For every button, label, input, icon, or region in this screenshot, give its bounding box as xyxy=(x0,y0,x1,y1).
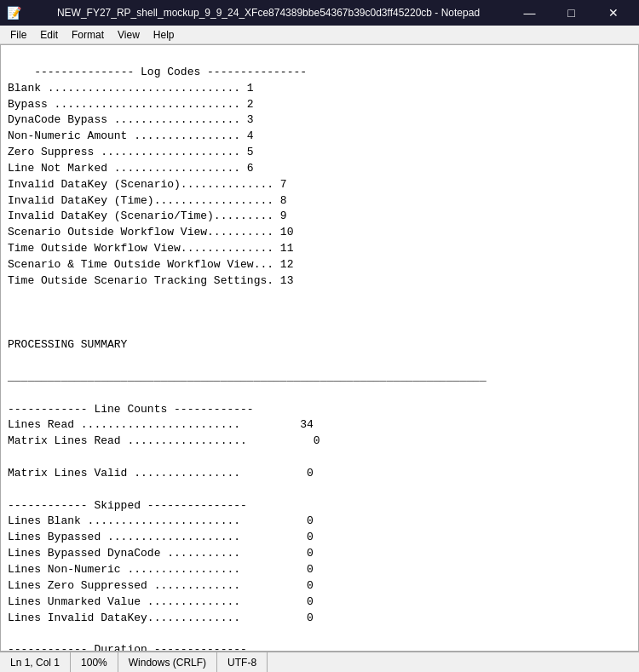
menu-format[interactable]: Format xyxy=(65,27,111,43)
minimize-button[interactable]: — xyxy=(510,0,549,26)
menu-bar: File Edit Format View Help xyxy=(0,26,639,44)
cursor-position: Ln 1, Col 1 xyxy=(7,652,71,672)
editor-text: --------------- Log Codes --------------… xyxy=(8,66,486,651)
menu-file[interactable]: File xyxy=(3,27,33,43)
window-title: NEW_FY27_RP_shell_mockup_9_9_24_XFce8743… xyxy=(26,7,510,19)
line-ending: Windows (CRLF) xyxy=(118,652,217,672)
menu-edit[interactable]: Edit xyxy=(33,27,65,43)
app-icon: 📝 xyxy=(7,6,21,20)
title-bar-left: 📝 xyxy=(7,6,26,20)
title-bar: 📝 NEW_FY27_RP_shell_mockup_9_9_24_XFce87… xyxy=(0,0,639,26)
close-button[interactable]: ✕ xyxy=(594,0,632,26)
menu-help[interactable]: Help xyxy=(147,27,181,43)
title-bar-controls: — □ ✕ xyxy=(510,0,632,26)
status-bar: Ln 1, Col 1 100% Windows (CRLF) UTF-8 xyxy=(0,652,639,672)
editor-container: --------------- Log Codes --------------… xyxy=(0,44,639,652)
menu-view[interactable]: View xyxy=(111,27,147,43)
encoding: UTF-8 xyxy=(217,652,268,672)
maximize-button[interactable]: □ xyxy=(552,0,590,26)
editor-content[interactable]: --------------- Log Codes --------------… xyxy=(1,45,638,651)
zoom-level: 100% xyxy=(71,652,118,672)
